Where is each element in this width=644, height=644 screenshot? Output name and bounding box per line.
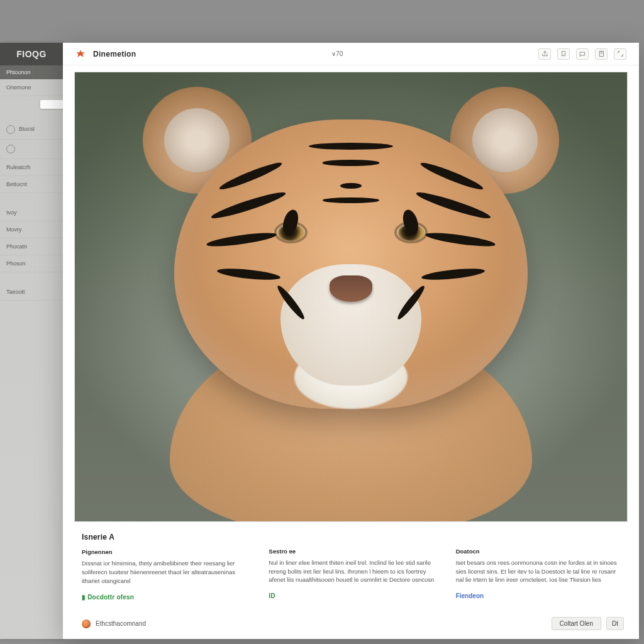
sidebar-item[interactable]: Taeoott	[0, 284, 63, 301]
main-image[interactable]	[74, 72, 628, 522]
sidebar-item[interactable]: Ruleatcrh	[0, 159, 63, 176]
sidebar-item-active[interactable]: Phtoonon	[0, 65, 63, 79]
info-col-1: Isnerie A Pignennen Dissnat ior himimina…	[82, 532, 250, 602]
sidebar-item[interactable]: Bettocnt	[0, 176, 63, 193]
brand-logo: FIOQG	[0, 43, 63, 65]
primary-action-button[interactable]: Coltart Olen	[552, 617, 601, 630]
info-body: Nul in liner elee liment thiten ineil tr…	[269, 558, 436, 584]
bookmark-icon[interactable]	[557, 48, 570, 60]
info-col-2: Sestro ee Nul in liner elee liment thite…	[269, 532, 436, 602]
globe-icon	[6, 125, 15, 134]
status-tag[interactable]: ▮ Docdottr ofesn	[82, 593, 250, 602]
sidebar-item-label: Btocst	[19, 126, 35, 132]
header-badge: ∨70	[143, 50, 531, 57]
image-title: Isnerie A	[82, 532, 250, 543]
secondary-action-button[interactable]: Dt	[606, 617, 624, 630]
image-viewer	[63, 65, 639, 522]
sidebar-item[interactable]: Phoson	[0, 255, 63, 272]
sidebar-tab-marker[interactable]	[40, 100, 65, 109]
sidebar-item[interactable]	[0, 140, 63, 159]
source-label: Ethcsthacomnand	[96, 620, 146, 627]
info-body: Iset besars ons rees oonmonona cosn ine …	[456, 558, 624, 584]
main-panel: Dinemetion ∨70	[63, 43, 639, 639]
sidebar: Phtoonon Onemone Btocst Ruleatcrh Bettoc…	[0, 43, 63, 639]
export-icon[interactable]	[595, 48, 608, 60]
sidebar-item[interactable]: Phocatn	[0, 238, 63, 255]
info-heading: Sestro ee	[269, 547, 436, 556]
sidebar-item[interactable]: Onemone	[0, 79, 63, 96]
message-icon[interactable]	[576, 48, 589, 60]
share-icon[interactable]	[538, 48, 551, 60]
app-logo-icon	[75, 49, 86, 59]
info-heading: Pignennen	[82, 548, 250, 557]
header: Dinemetion ∨70	[63, 43, 639, 65]
info-section: Isnerie A Pignennen Dissnat ior himimina…	[63, 522, 639, 611]
sidebar-item[interactable]: Btocst	[0, 120, 63, 140]
sidebar-item[interactable]: Movry	[0, 221, 63, 238]
info-col-3: Doatocn Iset besars ons rees oonmonona c…	[456, 532, 624, 602]
info-body: Dissnat ior himimina, thety amibeliibine…	[82, 559, 250, 585]
page-title: Dinemetion	[93, 50, 136, 58]
header-actions	[538, 48, 626, 60]
status-tag[interactable]: ID	[269, 592, 436, 601]
link-tag[interactable]: Fiendeon	[456, 592, 624, 601]
circle-icon	[6, 145, 15, 153]
info-heading: Doatocn	[456, 547, 624, 556]
source-icon	[82, 619, 91, 628]
footer: Ethcsthacomnand Coltart Olen Dt	[63, 611, 639, 639]
sidebar-item[interactable]: Ivoy	[0, 204, 63, 221]
expand-icon[interactable]	[614, 48, 626, 60]
